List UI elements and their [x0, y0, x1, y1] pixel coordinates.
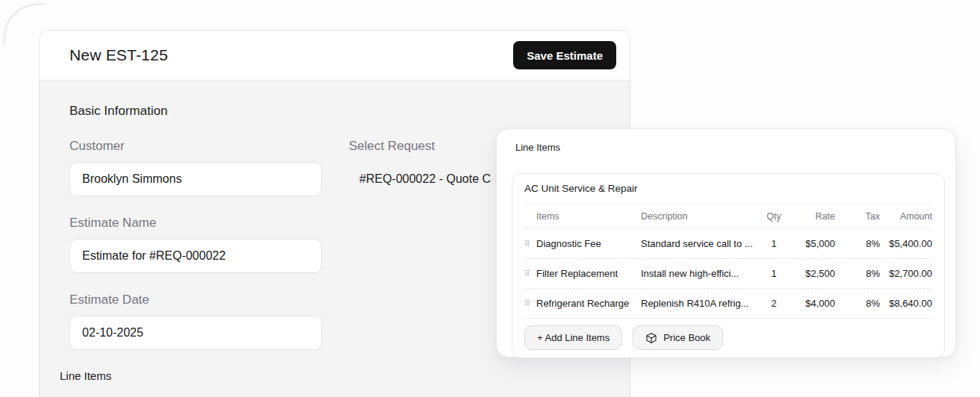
cell-tax: 8%	[835, 238, 880, 249]
line-items-table-header: Items Description Qty Rate Tax Amount	[524, 204, 932, 228]
drag-handle-icon[interactable]: ⠿	[524, 270, 536, 278]
price-book-button-label: Price Book	[663, 332, 710, 343]
cell-tax: 8%	[835, 298, 880, 309]
cell-tax: 8%	[835, 268, 880, 279]
line-items-group-title: AC Unit Service & Repair	[512, 174, 944, 204]
estimate-card-header: New EST-125 Save Estimate	[40, 31, 630, 81]
cell-rate: $5,000	[790, 238, 835, 249]
line-items-group-card: AC Unit Service & Repair Items Descripti…	[512, 173, 945, 358]
price-book-button[interactable]: Price Book	[633, 325, 723, 350]
cell-item: Diagnostic Fee	[536, 238, 641, 249]
line-items-panel-title: Line Items	[515, 142, 955, 154]
col-header-qty: Qty	[757, 211, 790, 222]
customer-input[interactable]	[69, 162, 322, 196]
cell-rate: $2,500	[790, 268, 835, 279]
line-items-actions: + Add Line Items Price Book	[524, 318, 932, 357]
select-request-label: Select Request	[349, 139, 491, 154]
cell-qty: 1	[757, 238, 790, 249]
cell-qty: 1	[757, 268, 790, 279]
estimate-name-input[interactable]	[69, 239, 322, 273]
line-items-table-body: ⠿ Diagnostic Fee Standard service call t…	[524, 228, 932, 318]
estimate-name-field-group: Estimate Name	[69, 216, 322, 273]
add-line-items-button[interactable]: + Add Line Items	[524, 325, 622, 350]
estimate-name-label: Estimate Name	[69, 216, 322, 231]
cell-item: Refrigerant Recharge	[536, 298, 641, 309]
cell-amount: $2,700.00	[880, 268, 932, 279]
estimate-date-label: Estimate Date	[69, 293, 322, 307]
cell-description: Standard service call to ...	[641, 238, 757, 249]
table-row: ⠿ Refrigerant Recharge Replenish R410A r…	[524, 288, 932, 318]
cell-item: Filter Replacement	[536, 268, 641, 279]
estimate-date-input[interactable]	[69, 316, 322, 350]
customer-field-group: Customer	[69, 139, 322, 196]
cell-description: Install new high-effici...	[641, 268, 757, 279]
form-right-column: Select Request #REQ-000022 - Quote C	[349, 139, 491, 382]
col-header-description: Description	[641, 211, 757, 222]
cell-amount: $8,640.00	[880, 298, 932, 309]
select-request-value[interactable]: #REQ-000022 - Quote C	[349, 172, 491, 186]
estimate-date-field-group: Estimate Date	[69, 293, 322, 350]
col-header-tax: Tax	[835, 211, 880, 222]
save-estimate-button[interactable]: Save Estimate	[513, 41, 616, 69]
line-items-table: Items Description Qty Rate Tax Amount ⠿ …	[524, 204, 932, 318]
form-left-column: Customer Estimate Name Estimate Date Lin…	[69, 139, 322, 382]
page-title: New EST-125	[69, 46, 168, 64]
table-row: ⠿ Diagnostic Fee Standard service call t…	[524, 228, 932, 258]
cell-rate: $4,000	[790, 298, 835, 309]
cube-icon	[645, 332, 657, 344]
select-request-field-group: Select Request #REQ-000022 - Quote C	[349, 139, 491, 186]
drag-handle-icon[interactable]: ⠿	[524, 240, 536, 248]
drag-handle-icon[interactable]: ⠿	[524, 300, 536, 307]
col-header-items: Items	[536, 211, 641, 222]
cell-description: Replenish R410A refrig...	[641, 298, 757, 309]
basic-information-title: Basic Information	[69, 104, 600, 119]
table-row: ⠿ Filter Replacement Install new high-ef…	[524, 258, 932, 288]
cell-amount: $5,400.00	[880, 238, 932, 249]
customer-label: Customer	[69, 139, 322, 154]
line-items-panel: Line Items AC Unit Service & Repair Item…	[496, 128, 956, 357]
line-items-section-heading: Line Items	[60, 369, 322, 382]
col-header-amount: Amount	[880, 211, 932, 222]
cell-qty: 2	[757, 298, 790, 309]
col-header-rate: Rate	[790, 211, 835, 222]
